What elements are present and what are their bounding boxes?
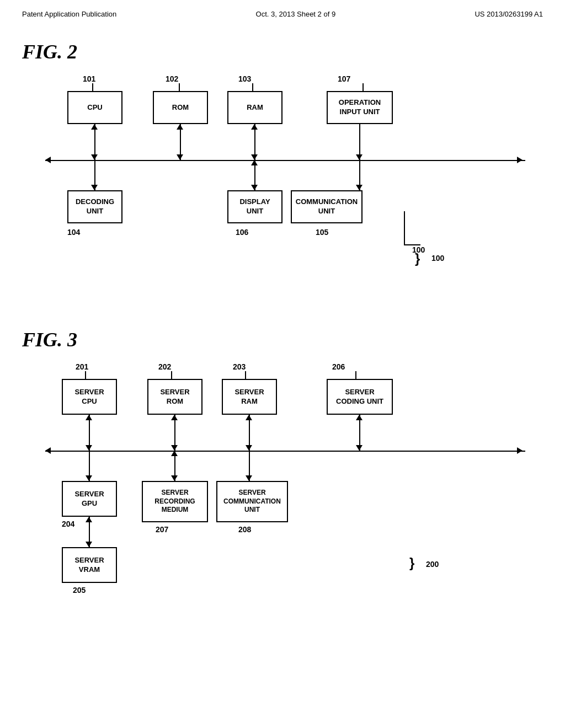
fig2-diagram: 101 102 103 107 CPU ROM RAM OPERATION IN… — [45, 74, 520, 306]
fig3-title: FIG. 3 — [22, 328, 543, 351]
arrow-down-comm-fig2 — [356, 185, 363, 190]
ref-102: 102 — [166, 74, 178, 83]
arrow-down-server-ram — [246, 445, 252, 451]
arrow-up-cpu-fig2 — [91, 124, 98, 130]
server-communication-unit-box: SERVER COMMUNICATION UNIT — [216, 481, 288, 522]
bus-arrow-left-fig3 — [45, 447, 51, 454]
bracket-101 — [92, 83, 93, 91]
bracket-107 — [363, 83, 364, 91]
bracket-201 — [85, 371, 86, 379]
ref-200-label: 200 — [426, 560, 439, 569]
server-ram-box: SERVER RAM — [222, 379, 277, 415]
ref-208: 208 — [238, 525, 251, 534]
arrow-up-server-rom — [171, 415, 178, 420]
ref-202: 202 — [158, 362, 171, 371]
ref-206: 206 — [332, 362, 345, 371]
ram-box: RAM — [227, 91, 282, 124]
bracket-202 — [171, 371, 172, 379]
bus-line-fig3 — [45, 451, 525, 452]
fig2-title: FIG. 2 — [22, 40, 543, 63]
ref-204: 204 — [62, 520, 74, 528]
fig3-diagram: 201 202 203 206 SERVER CPU SERVER ROM SE… — [45, 362, 520, 649]
server-coding-unit-box: SERVER CODING UNIT — [327, 379, 393, 415]
arrow-up-ram-fig2 — [251, 124, 258, 130]
ref-101: 101 — [83, 74, 95, 83]
fig2-section: FIG. 2 101 102 103 107 CPU ROM RAM OPERA… — [0, 24, 565, 323]
operation-input-unit-box: OPERATION INPUT UNIT — [327, 91, 393, 124]
brace-200: } — [409, 555, 414, 571]
ref-106: 106 — [236, 228, 248, 237]
bracket-103 — [252, 83, 253, 91]
bus-line-fig2 — [45, 160, 525, 161]
ref-107: 107 — [338, 74, 350, 83]
decoding-unit-box: DECODING UNIT — [67, 190, 122, 223]
header-left: Patent Application Publication — [22, 10, 116, 18]
arrow-down-server-rec — [171, 475, 178, 481]
ref-103: 103 — [238, 74, 251, 83]
server-gpu-box: SERVER GPU — [62, 481, 117, 517]
arrow-down-server-rom — [171, 445, 178, 451]
arrow-up-display-fig2 — [251, 160, 258, 165]
bus-arrow-right-fig2 — [517, 157, 523, 163]
bracket-206 — [355, 371, 356, 379]
ref-205: 205 — [73, 586, 86, 595]
communication-unit-box: COMMUNICATION UNIT — [291, 190, 363, 223]
header-center: Oct. 3, 2013 Sheet 2 of 9 — [256, 10, 336, 18]
arrow-down-decode-fig2 — [91, 185, 98, 190]
arrow-down-oiu-fig2 — [356, 154, 363, 160]
fig3-section: FIG. 3 201 202 203 206 SERVER CPU SERVER… — [0, 323, 565, 666]
arrow-down-server-coding — [356, 445, 363, 451]
ref-105: 105 — [316, 228, 328, 237]
arrow-down-ram-fig2 — [251, 154, 258, 160]
server-recording-medium-box: SERVER RECORDING MEDIUM — [142, 481, 208, 522]
arrow-down-server-cpu — [86, 445, 92, 451]
arrow-up-server-rec — [171, 451, 178, 456]
arrow-up-server-vram — [86, 517, 92, 522]
server-vram-box: SERVER VRAM — [62, 547, 117, 583]
bus-arrow-right-fig3 — [517, 447, 523, 454]
arrow-down-server-comm — [246, 475, 252, 481]
arrow-up-server-cpu — [86, 415, 92, 420]
bracket-102 — [179, 83, 180, 91]
bracket-203 — [245, 371, 246, 379]
arrow-down-cpu-fig2 — [91, 154, 98, 160]
arrow-up-server-ram — [246, 415, 252, 420]
page-header: Patent Application Publication Oct. 3, 2… — [0, 0, 565, 24]
bus-arrow-left-fig2 — [45, 157, 51, 163]
server-rom-box: SERVER ROM — [147, 379, 202, 415]
cpu-box: CPU — [67, 91, 122, 124]
brace-100: } — [415, 251, 420, 266]
header-right: US 2013/0263199 A1 — [475, 10, 543, 18]
display-unit-box: DISPLAY UNIT — [227, 190, 282, 223]
ref-207: 207 — [156, 525, 168, 534]
arrow-up-rom-fig2 — [177, 124, 183, 130]
bracket-system-fig2 — [404, 211, 405, 244]
arrow-down-server-vram — [86, 542, 92, 547]
arrow-down-rom-fig2 — [177, 154, 183, 160]
ref-104: 104 — [67, 228, 80, 237]
ref-100-label: 100 — [431, 254, 444, 263]
ref-201: 201 — [76, 362, 88, 371]
server-cpu-box: SERVER CPU — [62, 379, 117, 415]
rom-box: ROM — [153, 91, 208, 124]
arrow-up-server-coding — [356, 415, 363, 420]
arrow-down-server-gpu — [86, 475, 92, 481]
ref-203: 203 — [233, 362, 246, 371]
arrow-down-display-fig2 — [251, 185, 258, 190]
